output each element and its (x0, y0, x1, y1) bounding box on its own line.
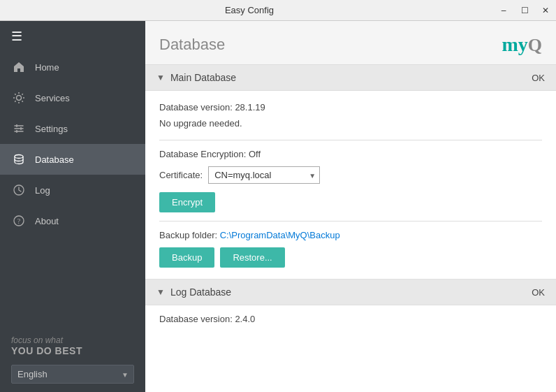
svg-point-0 (17, 96, 22, 101)
db-version-label: Database version: 28.1.19 (159, 102, 542, 112)
cert-label: Certificate: (159, 170, 203, 180)
content-scroll[interactable]: ▼ Main Database OK Database version: 28.… (145, 64, 556, 392)
services-icon (11, 90, 27, 106)
cert-select-wrap: CN=myq.local (208, 166, 320, 184)
divider-2 (159, 221, 542, 222)
myq-logo: myQ (502, 34, 542, 56)
main-database-body: Database version: 28.1.19 No upgrade nee… (145, 91, 556, 280)
content-area: Database myQ ▼ Main Database OK Database… (145, 21, 556, 392)
main-database-status: OK (532, 73, 545, 83)
database-icon (11, 152, 27, 167)
language-selector-wrap: English Deutsch Français Español ▼ (11, 365, 134, 384)
myq-logo-q: Q (528, 35, 542, 55)
home-icon (11, 59, 27, 75)
sidebar-item-log[interactable]: Log (0, 175, 145, 205)
svg-text:?: ? (17, 217, 21, 225)
sidebar-item-database[interactable]: Database (0, 144, 145, 175)
log-database-section-header[interactable]: ▼ Log Database OK (145, 280, 556, 305)
tagline: focus on what YOU DO BEST (0, 330, 145, 359)
sidebar-item-settings-label: Settings (35, 124, 68, 134)
log-icon (11, 182, 27, 198)
backup-folder-label: Backup folder: (159, 230, 217, 240)
sidebar-item-about[interactable]: ? About (0, 205, 145, 236)
sidebar-item-home-label: Home (35, 62, 59, 73)
backup-button[interactable]: Backup (159, 247, 214, 268)
encryption-label: Database Encryption: Off (159, 149, 542, 159)
backup-folder-row: Backup folder: C:\ProgramData\MyQ\Backup (159, 230, 542, 240)
sidebar-item-services[interactable]: Services (0, 82, 145, 113)
sidebar-item-services-label: Services (35, 93, 70, 103)
tagline-bold: YOU DO BEST (11, 345, 134, 356)
sidebar: ☰ Home Services (0, 21, 145, 392)
close-button[interactable]: ✕ (535, 0, 556, 21)
settings-icon (11, 121, 27, 136)
log-chevron-down-icon: ▼ (156, 287, 165, 297)
sidebar-item-home[interactable]: Home (0, 52, 145, 82)
divider-1 (159, 140, 542, 140)
minimize-button[interactable]: – (493, 0, 514, 21)
encrypt-button[interactable]: Encrypt (159, 192, 215, 212)
titlebar-controls: – ☐ ✕ (493, 0, 556, 21)
section-header-left: ▼ Main Database (156, 72, 236, 83)
no-upgrade-label: No upgrade needed. (159, 118, 542, 129)
sidebar-item-settings[interactable]: Settings (0, 113, 145, 144)
about-icon: ? (11, 213, 27, 228)
sidebar-item-about-label: About (35, 216, 59, 226)
certificate-row: Certificate: CN=myq.local (159, 166, 542, 184)
titlebar-title: Easy Config (6, 5, 493, 15)
certificate-select[interactable]: CN=myq.local (208, 166, 320, 184)
main-database-title: Main Database (170, 72, 236, 83)
svg-point-4 (15, 155, 23, 159)
page-title: Database (159, 36, 225, 54)
content-header: Database myQ (145, 21, 556, 64)
log-section-header-left: ▼ Log Database (156, 286, 231, 298)
restore-button[interactable]: Restore... (220, 247, 284, 268)
backup-path-link[interactable]: C:\ProgramData\MyQ\Backup (220, 230, 340, 240)
log-database-body: Database version: 2.4.0 (145, 305, 556, 333)
sidebar-item-database-label: Database (35, 154, 74, 165)
main-database-section-header[interactable]: ▼ Main Database OK (145, 65, 556, 91)
main-layout: ☰ Home Services (0, 21, 556, 392)
chevron-down-icon: ▼ (156, 73, 165, 82)
hamburger-icon: ☰ (11, 29, 22, 44)
log-database-title: Log Database (170, 286, 231, 298)
language-select[interactable]: English Deutsch Français Español (11, 365, 134, 384)
tagline-italic: focus on what (11, 335, 134, 345)
titlebar: Easy Config – ☐ ✕ (0, 0, 556, 21)
sidebar-item-log-label: Log (35, 185, 50, 196)
maximize-button[interactable]: ☐ (514, 0, 535, 21)
log-database-status: OK (532, 287, 545, 298)
log-db-version-label: Database version: 2.4.0 (159, 314, 542, 324)
menu-toggle-button[interactable]: ☰ (0, 21, 145, 52)
backup-buttons: Backup Restore... (159, 247, 542, 268)
